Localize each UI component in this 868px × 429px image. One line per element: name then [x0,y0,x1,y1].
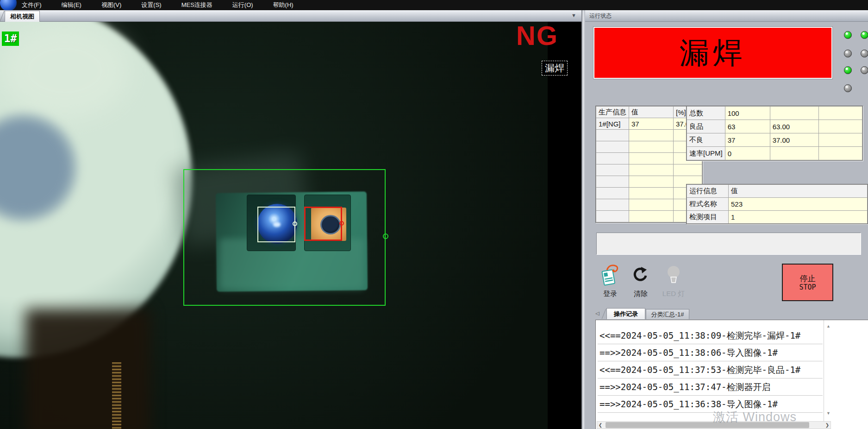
table-label-cell: 程式名称 [687,198,729,211]
roi-notch-icon [383,233,388,239]
led-indicator-gray [844,84,852,92]
table-value-cell [629,199,674,211]
table-value-cell [818,120,862,133]
scroll-left-icon[interactable]: ❮ [597,423,604,428]
table-value-cell [770,147,818,160]
table-label-cell [596,199,629,211]
table-label-cell [596,141,629,153]
led-indicator-green [861,31,868,39]
led-indicator-gray [844,50,852,57]
log-list: <<==2024-05-05_11:38:09-检测完毕-漏焊-1#==>>20… [598,327,823,413]
led-light-button[interactable]: LED 灯 [656,264,692,297]
table-label-cell: 1#[NG] [596,118,629,130]
camera-index-badge: 1# [2,32,19,46]
stats-table: 总数100良品6363.00不良3737.00速率[UPM]0 [686,106,863,161]
table-label-cell: 速率[UPM] [687,147,725,160]
table-label-cell: 良品 [687,120,725,133]
table-label-cell: 检测项目 [687,211,729,224]
table-label-cell [596,188,629,199]
lightbulb-icon [664,264,683,286]
menu-item[interactable]: MES连接器 [181,0,212,10]
table-value-cell [818,147,862,160]
clear-button[interactable]: 清除 [626,264,656,297]
status-banner-text: 漏焊 [680,33,746,73]
table-label-cell [596,153,629,164]
tab-operation-log[interactable]: 操作记录 [606,308,645,319]
status-panel: 运行状态 漏焊 生产信息值[%]1#[NG]3737.00 总数100良品636… [585,10,868,429]
camera-scene-shadow [25,309,150,429]
status-message-box [596,233,861,255]
table-row: 良品6363.00 [687,120,862,133]
led-indicator-gray [861,66,868,74]
camera-scene-coil-edge [112,362,121,429]
chevron-down-icon[interactable]: ▼ [571,13,576,18]
menu-item[interactable]: 文件(F) [22,0,42,10]
log-entry: ==>>2024-05-05_11:37:47-检测器开启 [598,379,823,396]
tab-summary[interactable]: 分类汇总-1# [646,309,689,319]
table-label-cell: 值 [729,185,868,198]
stop-button[interactable]: 停止 STOP [782,264,833,301]
inspect-box-pass [257,207,295,242]
table-label-cell [596,176,629,188]
table-value-cell [629,176,674,188]
table-value-cell [629,141,674,153]
status-banner: 漏焊 [593,27,832,79]
refresh-arrow-icon [630,264,651,286]
run-info-table: 运行信息值程式名称523检测项目1 [686,184,868,224]
table-row: 运行信息值 [687,185,868,198]
table-label-cell [596,130,629,141]
table-value-cell: 63.00 [770,120,818,133]
tab-scroll-left-icon[interactable]: ◁ [595,310,599,316]
table-row: 总数100 [687,107,862,120]
led-indicator-gray [861,50,868,57]
table-value-cell: 1 [729,211,868,224]
menu-item[interactable]: 设置(S) [141,0,161,10]
login-button[interactable]: 登录 [595,264,625,297]
menu-item[interactable]: 视图(V) [101,0,121,10]
table-value-cell [818,133,862,147]
table-row [596,164,702,176]
menu-item[interactable]: 编辑(E) [62,0,81,10]
id-badge-icon [599,264,621,286]
table-row: 程式名称523 [687,198,868,211]
table-label-cell [596,211,629,222]
table-value-cell [629,130,674,141]
table-row: 速率[UPM]0 [687,147,862,160]
led-indicator-green [844,66,852,74]
app-logo-icon[interactable] [0,0,17,10]
inspect-notch-icon [293,221,297,226]
inspect-box-fail [304,207,342,241]
windows-activation-watermark: 激活 Windows [713,409,797,425]
menu-item[interactable]: 帮助(H) [273,0,293,10]
log-entry: <<==2024-05-05_11:38:09-检测完毕-漏焊-1# [598,327,823,344]
camera-letterbox [548,22,582,429]
table-label-cell: 值 [629,107,674,118]
table-row: 检测项目1 [687,211,868,224]
table-label-cell [596,164,629,176]
table-value-cell: 100 [725,107,770,120]
table-value-cell: 37 [629,118,674,130]
table-value-cell [629,188,674,199]
table-value-cell: 37.00 [770,133,818,147]
scroll-down-icon[interactable]: ▼ [826,411,831,416]
log-entry: <<==2024-05-05_11:37:53-检测完毕-良品-1# [598,361,823,379]
table-value-cell: 0 [725,147,770,160]
table-value-cell: 63 [725,120,770,133]
table-value-cell: 37 [725,133,770,147]
camera-scene-highlight [0,22,130,119]
fail-notch-icon [339,221,344,226]
table-label-cell: 生产信息 [596,107,629,118]
table-value-cell [770,107,818,120]
camera-panel-header: 相机视图 ▼ [0,10,582,22]
tab-camera-view[interactable]: 相机视图 [5,11,40,22]
scroll-up-icon[interactable]: ▲ [826,324,831,328]
table-row: 不良3737.00 [687,133,862,147]
table-label-cell: 总数 [687,107,725,120]
menu-item[interactable]: 运行(O) [232,0,253,10]
panel-splitter[interactable] [581,10,585,429]
scroll-right-icon[interactable]: ❯ [824,423,831,428]
table-label-cell: 不良 [687,133,725,147]
status-panel-title: 运行状态 [585,10,868,22]
log-entry: ==>>2024-05-05_11:38:06-导入图像-1# [598,344,823,361]
table-value-cell [629,164,674,176]
